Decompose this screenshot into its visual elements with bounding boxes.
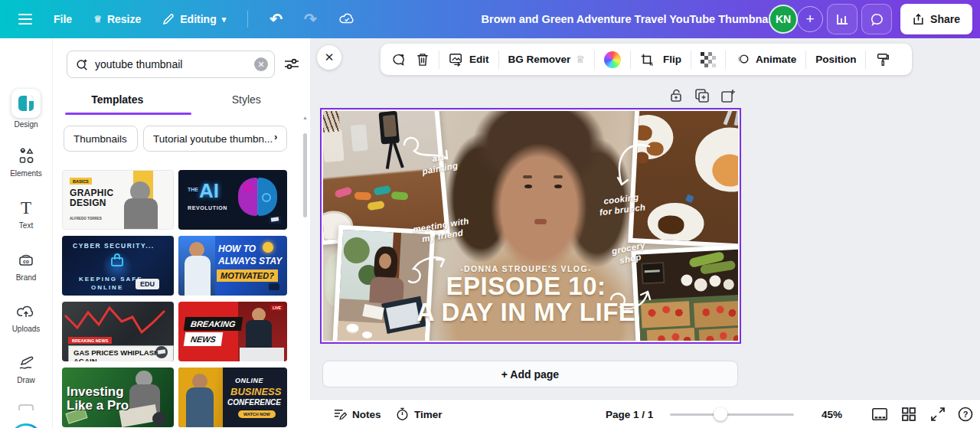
help-icon[interactable]: ? — [957, 406, 974, 423]
timer-button[interactable]: Timer — [396, 400, 443, 428]
animate-button[interactable]: Animate — [735, 53, 796, 67]
magic-search-icon — [75, 57, 89, 71]
edit-image-icon — [449, 53, 464, 67]
divider — [865, 51, 866, 69]
zoom-slider-knob[interactable] — [714, 407, 727, 421]
tab-styles[interactable]: Styles — [182, 87, 312, 115]
sidebar-item-draw[interactable]: Draw — [0, 352, 52, 384]
template-gas-prices[interactable]: BREAKING NEWS GAS PRICES WHIPLASH AGAIN — [62, 302, 174, 361]
crop-button[interactable] — [640, 53, 654, 67]
undo-button[interactable]: ↶ — [270, 11, 283, 27]
magic-assistant-button[interactable]: ✦ — [10, 423, 42, 428]
chips-scroll-chevron-icon[interactable]: › — [274, 131, 277, 142]
redo-button[interactable]: ↷ — [304, 11, 317, 27]
sidebar-item-label: Brand — [0, 273, 52, 282]
template-text: KEEPING SAFE — [79, 276, 143, 283]
add-page-button[interactable]: + Add page — [322, 361, 738, 387]
zoom-level[interactable]: 45% — [822, 400, 842, 428]
top-bar: File ♕ Resize Editing ▾ ↶ ↷ Brown and Gr… — [0, 0, 980, 38]
insights-button[interactable] — [827, 4, 858, 34]
close-toolbar-button[interactable]: ✕ — [317, 45, 341, 70]
template-business-conference[interactable]: ONLINE BUSINESS CONFERENCE WATCH NOW — [178, 368, 287, 427]
sidebar-item-uploads[interactable]: Uploads — [0, 301, 52, 333]
cloud-saved-icon[interactable] — [338, 11, 355, 28]
scrollbar-thumb[interactable] — [303, 133, 307, 217]
edit-image-button[interactable]: Edit — [449, 53, 489, 67]
sidebar-item-label: Draw — [0, 376, 52, 384]
template-text: BREAKING NEWS — [68, 337, 112, 344]
template-text: THE — [188, 187, 198, 192]
projects-folder-icon[interactable] — [18, 404, 34, 410]
lock-page-button[interactable] — [668, 87, 684, 104]
template-text: CYBER SECURITY... — [73, 242, 172, 250]
color-picker-button[interactable] — [604, 51, 621, 68]
template-cyber-security[interactable]: CYBER SECURITY... KEEPING SAFE ONLINE ED… — [62, 236, 174, 296]
search-box[interactable]: ✕ — [67, 51, 275, 78]
template-investing[interactable]: Investing Like a Pro — [62, 368, 174, 427]
avatar[interactable]: KN — [769, 5, 798, 34]
position-label: Position — [815, 54, 856, 65]
divider — [594, 51, 595, 69]
template-text: ALFREDO TORRES — [70, 217, 102, 221]
chip-tutorial[interactable]: Tutorial youtube thumbn... — [143, 126, 287, 152]
tab-templates[interactable]: Templates — [53, 87, 182, 115]
add-member-button[interactable]: + — [797, 6, 823, 32]
pages-view-icon[interactable] — [871, 406, 888, 423]
add-comment-button[interactable] — [391, 52, 407, 67]
zoom-slider-track[interactable] — [670, 413, 794, 416]
photo-detail — [385, 143, 392, 169]
sidebar-item-brand[interactable]: co Brand — [0, 250, 52, 282]
template-text: ALWAYS STAY — [218, 256, 282, 266]
editor-workspace: ✕ Edit BG Remover ♕ Fli — [310, 38, 980, 428]
sidebar-item-label: Uploads — [0, 325, 52, 333]
fullscreen-icon[interactable] — [929, 406, 946, 423]
comments-button[interactable] — [861, 4, 892, 34]
sidebar-item-text[interactable]: T Text — [0, 198, 52, 230]
panel-scrollbar[interactable] — [303, 124, 307, 423]
duplicate-page-button[interactable] — [694, 87, 710, 104]
template-text: DESIGN — [70, 198, 106, 208]
resize-button[interactable]: ♕ Resize — [93, 13, 141, 25]
notes-button[interactable]: Notes — [333, 400, 381, 428]
paint-tube — [367, 201, 384, 211]
template-text: NEWS — [184, 332, 224, 346]
template-breaking-news[interactable]: BREAKING NEWS LIVE — [178, 302, 287, 361]
sidebar-item-design[interactable]: Design — [0, 89, 52, 129]
flip-button[interactable]: Flip — [663, 54, 681, 65]
editing-label: Editing — [180, 13, 216, 25]
transparency-button[interactable] — [701, 52, 716, 67]
chip-thumbnails[interactable]: Thumbnails — [64, 126, 138, 152]
filter-button[interactable] — [283, 55, 301, 74]
sidebar-item-elements[interactable]: Elements — [0, 145, 52, 178]
template-text: WATCH NOW — [238, 410, 276, 418]
share-button[interactable]: Share — [900, 4, 972, 34]
template-text: ONLINE — [91, 284, 123, 291]
stock-chart-line — [62, 302, 174, 340]
file-menu[interactable]: File — [54, 13, 72, 25]
edit-label: Edit — [469, 54, 489, 65]
template-motivated[interactable]: HOW TO ALWAYS STAY MOTIVATED? — [178, 236, 287, 296]
template-ai-revolution[interactable]: THE AI REVOLUTION — [178, 170, 287, 230]
document-title[interactable]: Brown and Green Adventure Travel YouTube… — [467, 0, 789, 38]
file-label: File — [54, 13, 72, 25]
design-canvas[interactable]: artpainting meeting withmy friend cookin… — [320, 108, 741, 344]
delete-button[interactable] — [416, 52, 430, 67]
share-label: Share — [930, 13, 960, 25]
bg-remover-button[interactable]: BG Remover ♕ — [508, 54, 585, 65]
template-graphic-design[interactable]: BASICS GRAPHIC DESIGN ALFREDO TORRES — [62, 170, 174, 230]
active-tab-underline — [65, 113, 191, 115]
sidebar-item-label: Text — [0, 221, 52, 230]
grid-view-icon[interactable] — [900, 406, 917, 423]
animate-icon — [735, 53, 750, 67]
menu-icon[interactable] — [18, 14, 32, 25]
copy-style-button[interactable] — [875, 52, 890, 67]
template-text: CONFERENCE — [227, 398, 281, 407]
clear-search-icon[interactable]: ✕ — [254, 57, 268, 71]
svg-text:co: co — [23, 259, 29, 264]
add-page-icon-button[interactable] — [720, 87, 737, 104]
editing-mode-dropdown[interactable]: Editing ▾ — [162, 13, 226, 25]
search-input[interactable] — [95, 58, 248, 70]
position-button[interactable]: Position — [815, 54, 856, 65]
timer-icon — [396, 407, 409, 421]
scroll-up-icon[interactable]: ▲ — [302, 115, 308, 120]
